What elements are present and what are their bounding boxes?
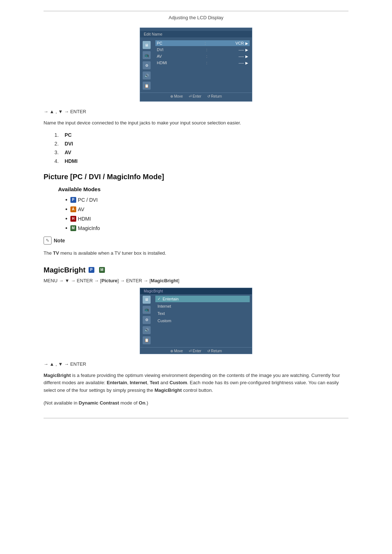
osd2-row-entertain: Entertain — [155, 296, 250, 302]
osd-row-pc: PC : VCR ▶ — [155, 40, 250, 46]
magicbright-title: MagicBright — [44, 266, 86, 274]
osd-icon-5: 📋 — [143, 82, 151, 90]
osd2-footer-move: ⊕ Move — [170, 349, 183, 353]
mode-magicinfo: M MagicInfo — [65, 225, 348, 231]
osd-icon-4: 🔊 — [143, 71, 151, 79]
note-label: Note — [54, 237, 65, 245]
magicbright-badge-m: M — [99, 267, 105, 273]
note-box: Note — [44, 237, 348, 245]
modes-list: P PC / DVI A AV H HDMI M MagicInfo — [65, 197, 348, 231]
osd2-icon-1: 🖥 — [143, 296, 151, 304]
page-header: Adjusting the LCD Display — [44, 15, 348, 20]
available-modes-heading: Available Modes — [58, 186, 348, 192]
osd2-content: Entertain Internet Text Custom — [153, 294, 252, 346]
osd-content: PC : VCR ▶ DVI : ---- ▶ AV : ---- ▶ — [153, 40, 252, 91]
osd2-footer-return: ↺ Return — [207, 349, 222, 353]
badge-a: A — [70, 206, 76, 212]
osd-row-dvi: DVI : ---- ▶ — [155, 47, 250, 53]
osd-icon-2: 📺 — [143, 51, 151, 59]
magicbright-heading-row: MagicBright P M — [44, 266, 348, 274]
picture-section-heading: Picture [PC / DVI / MagicInfo Mode] — [44, 173, 348, 181]
osd-row-av: AV : ---- ▶ — [155, 53, 250, 59]
osd2-footer-enter: ⏎ Enter — [189, 349, 201, 353]
note-bottom: (Not available in Dynamic Contrast mode … — [44, 399, 348, 407]
list-item-dvi: 2. DVI — [54, 141, 348, 147]
list-item-av: 3. AV — [54, 149, 348, 155]
osd-footer-1: ⊕ Move ⏎ Enter ↺ Return — [140, 93, 252, 99]
bottom-rule — [44, 418, 348, 418]
footer-enter: ⏎ Enter — [189, 94, 201, 98]
osd2-icon-4: 🔊 — [143, 326, 151, 334]
magicbright-osd: MagicBright 🖥 📺 ⚙ 🔊 📋 Entertain Internet… — [140, 288, 252, 354]
osd2-body: 🖥 📺 ⚙ 🔊 📋 Entertain Internet Text Custom — [140, 294, 252, 346]
mode-label-magicinfo: MagicInfo — [78, 225, 100, 231]
osd-icon-column: 🖥 📺 ⚙ 🔊 📋 — [140, 40, 153, 91]
mode-label-av: AV — [78, 206, 85, 212]
osd2-icon-column: 🖥 📺 ⚙ 🔊 📋 — [140, 294, 153, 346]
menu-instruction: MENU → ▼ → ENTER → [Picture] → ENTER → [… — [44, 278, 348, 283]
mode-label-hdmi: HDMI — [78, 216, 91, 222]
edit-name-osd: Edit Name 🖥 📺 ⚙ 🔊 📋 PC : VCR ▶ DVI : — [140, 28, 252, 102]
input-list: 1. PC 2. DVI 3. AV 4. HDMI — [54, 132, 348, 164]
nav-instruction-2: → ▲ , ▼ → ENTER — [44, 361, 348, 367]
osd-icon-3: ⚙ — [143, 61, 151, 69]
list-item-hdmi: 4. HDMI — [54, 158, 348, 164]
footer-move: ⊕ Move — [170, 94, 183, 98]
osd2-row-custom: Custom — [155, 317, 250, 324]
description-1: Name the input device connected to the i… — [44, 119, 348, 127]
osd2-footer: ⊕ Move ⏎ Enter ↺ Return — [140, 347, 252, 354]
osd2-icon-2: 📺 — [143, 306, 151, 314]
osd2-icon-3: ⚙ — [143, 316, 151, 324]
osd2-row-internet: Internet — [155, 303, 250, 309]
osd-row-hdmi: HDMI : ---- ▶ — [155, 60, 250, 66]
footer-return: ↺ Return — [207, 94, 222, 98]
osd2-icon-5: 📋 — [143, 336, 151, 344]
magicbright-description: MagicBright is a feature providing the o… — [44, 372, 348, 394]
note-description: The TV menu is available when a TV tuner… — [44, 250, 348, 257]
nav-instruction-1: → ▲ , ▼ → ENTER — [44, 109, 348, 114]
osd-icon-1: 🖥 — [143, 41, 151, 49]
badge-p: P — [70, 197, 76, 203]
mode-hdmi: H HDMI — [65, 216, 348, 222]
note-icon — [44, 237, 52, 245]
list-item-pc: 1. PC — [54, 132, 348, 138]
magicbright-badge-p: P — [89, 267, 94, 273]
osd-title-bar: Edit Name — [140, 31, 252, 37]
mode-av: A AV — [65, 206, 348, 213]
mode-pc-dvi: P PC / DVI — [65, 197, 348, 203]
osd2-title: MagicBright — [140, 288, 252, 294]
badge-h: H — [70, 216, 76, 222]
top-rule — [44, 11, 348, 11]
osd2-row-text: Text — [155, 310, 250, 317]
badge-m: M — [70, 225, 76, 231]
mode-label-pc-dvi: PC / DVI — [78, 197, 98, 203]
page-title: Adjusting the LCD Display — [168, 15, 223, 20]
